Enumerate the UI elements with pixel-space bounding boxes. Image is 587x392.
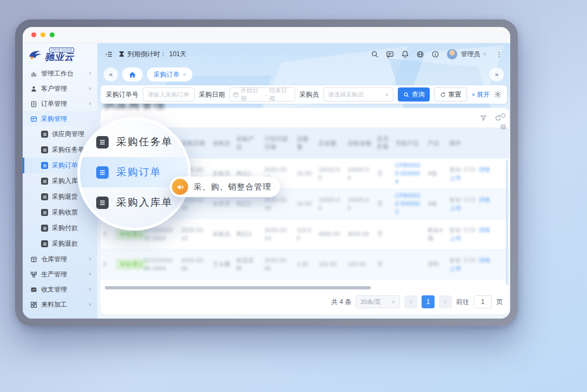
sidebar-item-purchase-invoice[interactable]: 采购收票 xyxy=(23,205,97,220)
collapse-menu-icon[interactable] xyxy=(105,50,113,58)
table-cell-product: 精选原料 xyxy=(234,256,262,273)
sidebar-item-purchase-refund[interactable]: 采购退款 xyxy=(23,236,97,252)
sidebar-item-label: 来料加工 xyxy=(41,300,67,309)
sidebar-item-customers[interactable]: 客户管理 ∨ xyxy=(23,81,97,96)
row-action[interactable]: 详情 xyxy=(478,166,490,173)
topbar-icons: 管理员 ∨ ⋮ xyxy=(371,49,503,60)
info-icon[interactable] xyxy=(431,50,439,58)
table-cell-product: 商品2 xyxy=(234,200,262,208)
current-page[interactable]: 1 xyxy=(422,295,435,308)
row-action[interactable]: 复制 xyxy=(449,227,461,233)
globe-icon[interactable] xyxy=(416,50,424,58)
row-action[interactable]: 复制 xyxy=(449,197,461,203)
list-icon xyxy=(41,162,48,169)
sidebar-item-label: 采购退款 xyxy=(52,239,78,248)
sidebar-item-workbench[interactable]: 管理工作台 ∨ xyxy=(23,66,97,81)
table-row[interactable]: 4审核通过CD20200206 00042020-02-06王永鹏精选原料202… xyxy=(101,249,509,280)
sidebar-item-orders[interactable]: 订单管理 ∨ xyxy=(23,96,97,111)
list-icon xyxy=(41,131,48,138)
column-settings-icons[interactable] xyxy=(501,113,506,130)
row-action[interactable]: 打印 xyxy=(464,227,476,233)
table-cell-ops[interactable]: 复制打印详情上传 xyxy=(446,226,496,242)
table-row[interactable]: 3审核通过CD20200212 00032020-02-12采购员商品32020… xyxy=(101,219,509,249)
row-action[interactable]: 详情 xyxy=(478,197,490,203)
filter-funnel-icon[interactable] xyxy=(480,114,487,121)
chevron-down-icon: ∨ xyxy=(88,71,92,76)
sidebar-item-purchase[interactable]: 采购管理 xyxy=(23,111,97,126)
row-action[interactable]: 打印 xyxy=(464,166,476,173)
traffic-light-close[interactable] xyxy=(31,32,36,37)
traffic-light-maximize[interactable] xyxy=(50,32,55,37)
chevron-down-icon: ∨ xyxy=(88,86,92,91)
search-button[interactable]: 查询 xyxy=(398,87,430,102)
home-tab-button[interactable] xyxy=(122,67,143,82)
list-icon xyxy=(41,225,48,232)
buyer-select[interactable]: 请选择采购员 ∨ xyxy=(323,87,393,102)
vertical-scrollbar[interactable] xyxy=(506,160,508,285)
row-action[interactable]: 上传 xyxy=(449,235,461,241)
product-link[interactable]: CPB00020 0000004 xyxy=(395,162,421,185)
row-action[interactable]: 详情 xyxy=(478,227,490,233)
more-vertical-icon[interactable]: ⋮ xyxy=(496,50,503,58)
table-cell-paid: 10000.00 xyxy=(345,196,374,212)
search-icon[interactable] xyxy=(371,50,379,58)
chevron-down-icon: ∨ xyxy=(88,287,92,292)
row-action[interactable]: 上传 xyxy=(449,265,461,272)
reset-button[interactable]: 重置 xyxy=(434,87,467,102)
countdown: 到期倒计时： 101天 xyxy=(118,50,186,59)
next-page-button[interactable]: › xyxy=(439,295,452,308)
magnified-item-purchase-task[interactable]: 采购任务单 xyxy=(80,127,188,157)
row-action[interactable]: 详情 xyxy=(478,257,490,263)
prev-page-button[interactable]: ‹ xyxy=(404,295,417,308)
table-cell-ops[interactable]: 复制打印详情上传 xyxy=(446,256,496,273)
page-size-select[interactable]: 20条/页 ∨ xyxy=(356,295,400,308)
column-header: 是否开票 xyxy=(374,135,392,151)
row-action[interactable]: 上传 xyxy=(449,205,461,211)
bell-icon[interactable] xyxy=(401,50,409,58)
table-cell-ops[interactable]: 复制打印详情上传 xyxy=(446,166,496,182)
row-action[interactable]: 复制 xyxy=(449,257,461,263)
sidebar-item-purchase-payment[interactable]: 采购付款 xyxy=(23,220,97,236)
close-icon[interactable]: × xyxy=(183,71,186,78)
message-icon[interactable] xyxy=(386,50,394,58)
row-action[interactable]: 打印 xyxy=(464,257,476,263)
buyer-placeholder: 请选择采购员 xyxy=(328,91,364,99)
page-unit-label: 页 xyxy=(496,298,503,307)
user-menu[interactable]: 管理员 ∨ xyxy=(446,49,486,60)
row-action[interactable]: 打印 xyxy=(464,197,476,203)
tabs-scroll-left-button[interactable]: « xyxy=(104,67,118,82)
expand-link[interactable]: ∨ 展开 xyxy=(471,90,490,99)
tab-purchase-order[interactable]: 采购订单 × xyxy=(147,67,192,82)
list-icon xyxy=(96,197,109,209)
sidebar-item-supplier-mgmt[interactable]: 供应商管理 xyxy=(23,126,97,142)
table-cell-qty: 2.00 xyxy=(294,260,316,268)
product-link[interactable]: CPB00020 0000003 xyxy=(395,192,421,215)
goto-page-input[interactable] xyxy=(473,295,492,308)
sidebar-item-production[interactable]: 生产管理 ∨ xyxy=(23,267,97,282)
sidebar-item-label: 收支管理 xyxy=(41,285,67,294)
sidebar-item-finance[interactable]: 收支管理 ∨ xyxy=(23,282,97,297)
tabs-scroll-right-button[interactable]: » xyxy=(490,67,504,82)
list-icon xyxy=(41,146,48,153)
gear-icon[interactable] xyxy=(494,91,502,98)
row-action[interactable]: 上传 xyxy=(449,174,461,181)
row-action[interactable]: 复制 xyxy=(449,166,461,173)
traffic-light-minimize[interactable] xyxy=(41,32,45,37)
order-no-input[interactable] xyxy=(143,87,195,102)
table-cell-buyer: 张星泽 xyxy=(210,200,234,208)
tab-bar: « 采购订单 × » xyxy=(97,65,510,84)
sidebar-item-material-processing[interactable]: 来料加工 ∨ xyxy=(23,297,97,312)
table-cell-date: 2020-02-12 xyxy=(178,226,210,242)
sidebar-item-warehouse[interactable]: 仓库管理 ∨ xyxy=(23,252,97,267)
table-cell-amount: 10000.00 xyxy=(316,196,345,212)
feature-callout: 采、购、销整合管理 xyxy=(170,177,280,197)
date-separator: - xyxy=(265,91,267,98)
dashboard-icon xyxy=(30,70,37,77)
total-count: 共 4 条 xyxy=(331,298,351,307)
chevron-down-icon: ∨ xyxy=(385,92,389,97)
column-header: 采购员 xyxy=(210,139,234,147)
table-cell-ops[interactable]: 复制打印详情上传 xyxy=(446,196,496,212)
horizontal-scrollbar[interactable] xyxy=(105,286,371,289)
date-range-input[interactable]: 开始日期 - 结束日期 xyxy=(229,87,295,102)
table-cell-invoice: 否 xyxy=(374,260,392,268)
